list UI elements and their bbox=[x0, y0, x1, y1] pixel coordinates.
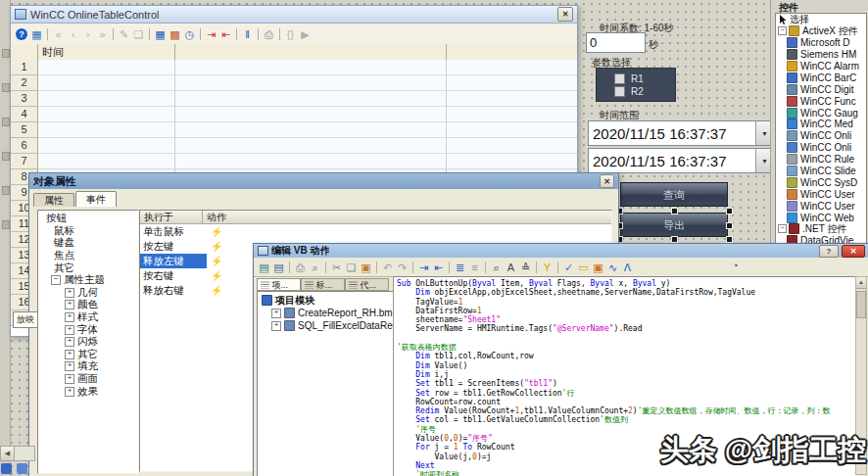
vb-tree-item[interactable]: +CreateReport_RH.bm bbox=[258, 307, 393, 319]
edit-pen-icon[interactable]: ✎ bbox=[117, 27, 131, 41]
expand-icon[interactable]: + bbox=[65, 288, 74, 298]
export-button[interactable]: 导出 bbox=[620, 213, 728, 237]
table-window-titlebar[interactable]: WinCC OnlineTableControl ✕ bbox=[11, 6, 577, 24]
table-cell[interactable] bbox=[175, 122, 447, 138]
controls-group[interactable]: −ActiveX 控件 bbox=[776, 25, 866, 37]
help-icon[interactable]: ? bbox=[16, 28, 27, 40]
tree-item[interactable]: +样式 bbox=[38, 311, 138, 324]
tree-item[interactable]: +几何 bbox=[38, 287, 138, 300]
scroll-left-icon[interactable]: ◀ bbox=[1, 447, 15, 460]
controls-item[interactable]: WinCC Med bbox=[776, 119, 866, 130]
controls-item[interactable]: WinCC Func bbox=[776, 95, 866, 107]
table-cell[interactable] bbox=[38, 122, 175, 138]
table-window-close-button[interactable]: ✕ bbox=[557, 7, 573, 22]
row-number-cell[interactable]: 5 bbox=[11, 122, 38, 138]
table-cell[interactable] bbox=[38, 75, 175, 91]
table-cell[interactable] bbox=[175, 138, 447, 154]
selection-handle[interactable] bbox=[726, 208, 733, 214]
tab-属性[interactable]: 属性 bbox=[33, 193, 74, 207]
checkbox-icon[interactable] bbox=[614, 86, 625, 97]
validate-icon[interactable]: ✓ bbox=[561, 261, 576, 274]
table-cell[interactable] bbox=[175, 75, 447, 91]
table-cell[interactable] bbox=[447, 138, 577, 154]
table-cell[interactable] bbox=[38, 154, 175, 169]
controls-group[interactable]: −.NET 控件 bbox=[776, 223, 866, 235]
controls-item[interactable]: WinCC Slide bbox=[776, 166, 866, 177]
tree-item[interactable]: 鼠标 bbox=[38, 225, 138, 238]
tab-事件[interactable]: 事件 bbox=[75, 191, 117, 207]
row-number-cell[interactable]: 6 bbox=[11, 138, 38, 154]
table-cell[interactable] bbox=[447, 75, 577, 91]
vb-editor-titlebar[interactable]: 编辑 VB 动作 ? ✕ bbox=[254, 244, 868, 258]
expand-icon[interactable]: + bbox=[271, 321, 281, 331]
table-edit-icon[interactable]: ▦ bbox=[29, 27, 44, 41]
action-bolt-icon[interactable]: ⚡ bbox=[211, 226, 222, 237]
selection-handle[interactable] bbox=[726, 222, 733, 229]
redo-icon[interactable]: ↷ bbox=[395, 261, 410, 274]
vb-tab[interactable]: ▤ 项... bbox=[257, 278, 301, 291]
tree-item-root[interactable]: 按钮 bbox=[38, 213, 138, 225]
nav-next-icon[interactable]: › bbox=[80, 27, 95, 41]
vb-tab[interactable]: ▤ 代... bbox=[345, 278, 389, 291]
collapse-icon[interactable]: − bbox=[51, 275, 61, 285]
param-row-r2[interactable]: R2 bbox=[614, 86, 644, 97]
grid-select-icon[interactable]: ▦ bbox=[153, 27, 168, 41]
controls-item[interactable]: WinCC Gaug bbox=[776, 107, 866, 119]
action-bolt-icon[interactable]: ⚡ bbox=[211, 241, 222, 252]
table-cell[interactable] bbox=[38, 60, 175, 75]
vb-editor-help-button[interactable]: ? bbox=[819, 245, 839, 258]
expand-icon[interactable]: + bbox=[65, 312, 74, 322]
table-cell[interactable] bbox=[447, 60, 577, 75]
vb-editor-close-button[interactable]: ✕ bbox=[842, 245, 865, 258]
find-icon[interactable]: ⌕ bbox=[489, 261, 504, 274]
controls-item[interactable]: Microsoft D bbox=[776, 37, 866, 49]
controls-item[interactable]: WinCC SysD bbox=[776, 176, 866, 188]
expand-icon[interactable]: + bbox=[65, 337, 74, 347]
table-cell[interactable] bbox=[447, 107, 577, 122]
table-cell[interactable] bbox=[447, 154, 577, 169]
controls-item[interactable]: WinCC Onli bbox=[776, 130, 866, 142]
expand-icon[interactable]: + bbox=[65, 325, 74, 335]
folder-icon[interactable]: ▭ bbox=[576, 261, 591, 274]
checkbox-icon[interactable] bbox=[614, 73, 625, 84]
table-cell[interactable] bbox=[447, 122, 577, 138]
properties-dialog-titlebar[interactable]: 对象属性 ✕ bbox=[29, 173, 618, 189]
time-base-icon[interactable]: ◷ bbox=[182, 27, 197, 41]
expand-icon[interactable]: + bbox=[271, 309, 281, 318]
script-braces-icon[interactable]: {} bbox=[283, 27, 298, 41]
time-factor-input[interactable]: 0 bbox=[586, 32, 646, 53]
canvas-horizontal-scrollbar[interactable]: ◀ bbox=[0, 446, 35, 461]
uncomment-icon[interactable]: ≡ bbox=[467, 261, 482, 274]
indent-icon[interactable]: ⇥ bbox=[416, 261, 431, 274]
controls-item[interactable]: WinCC Alarm bbox=[776, 61, 866, 72]
table-cell[interactable] bbox=[175, 91, 447, 107]
collapse-icon[interactable]: − bbox=[778, 26, 787, 35]
action-bolt-icon[interactable]: ⚡ bbox=[211, 270, 222, 281]
trigger-clock-icon[interactable]: ◔ bbox=[732, 260, 739, 271]
vb-tab[interactable]: ▤ 标... bbox=[301, 278, 345, 291]
scroll-up-icon[interactable]: ▲ bbox=[856, 277, 866, 289]
controls-item[interactable]: Siemens HM bbox=[776, 49, 866, 61]
vb-tree-item[interactable]: +SQL_FillExcelDataRec bbox=[258, 319, 393, 332]
tree-item[interactable]: +闪烁 bbox=[38, 336, 138, 349]
tree-item[interactable]: 焦点 bbox=[38, 250, 138, 262]
paste-icon[interactable]: ▣ bbox=[359, 261, 373, 274]
action-wave-icon[interactable]: ∿ bbox=[605, 261, 620, 274]
expand-icon[interactable]: + bbox=[65, 387, 74, 397]
tree-item[interactable]: 其它 bbox=[38, 262, 138, 274]
nav-first-icon[interactable]: « bbox=[51, 27, 66, 41]
date-to-picker[interactable]: 2020/11/15 16:37:37 ▼ bbox=[588, 148, 774, 173]
table-cell[interactable] bbox=[175, 154, 447, 169]
row-number-cell[interactable]: 4 bbox=[11, 107, 38, 122]
find-next-icon[interactable]: ≙ bbox=[518, 261, 533, 274]
row-number-cell[interactable]: 1 bbox=[11, 60, 38, 75]
expand-icon[interactable]: + bbox=[65, 361, 74, 371]
action-bolt-icon[interactable]: ⚡ bbox=[211, 285, 222, 296]
taskbar-app-icon[interactable] bbox=[17, 463, 27, 474]
nav-prev-icon[interactable]: ‹ bbox=[66, 27, 80, 41]
date-from-picker[interactable]: 2020/11/15 16:37:37 ▼ bbox=[588, 120, 774, 146]
module-icon[interactable]: ▣ bbox=[591, 261, 605, 274]
taskbar-app-icon[interactable] bbox=[1, 463, 12, 474]
param-row-r1[interactable]: R1 bbox=[614, 73, 644, 84]
copy-icon[interactable]: ❏ bbox=[131, 27, 146, 41]
